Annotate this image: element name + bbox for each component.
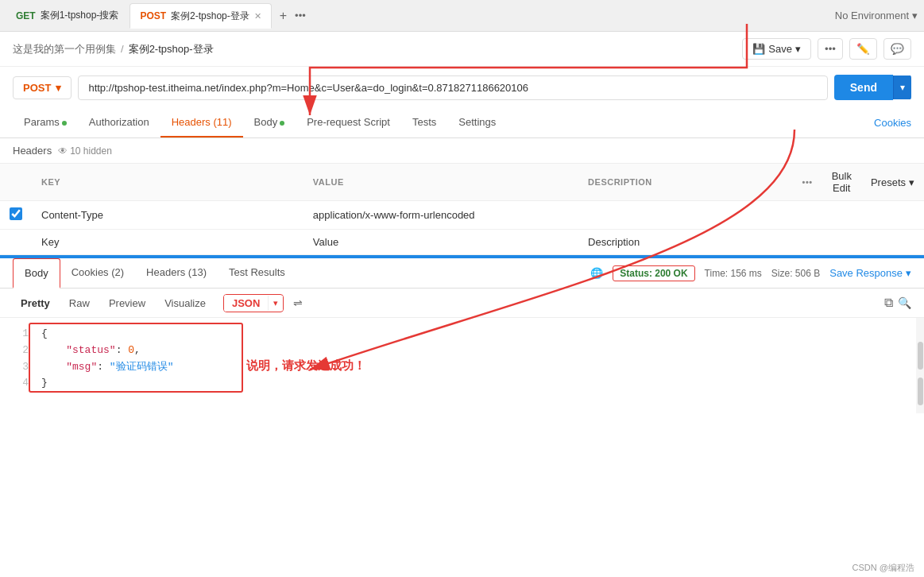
response-section: Body Cookies (2) Headers (13) Test Resul… [0, 258, 924, 413]
col-check-header [0, 164, 32, 201]
headers-table: KEY VALUE DESCRIPTION ••• Bulk Edit Pres… [0, 164, 924, 255]
col-bulk-header: Bulk Edit [822, 164, 861, 201]
headers-table-container: KEY VALUE DESCRIPTION ••• Bulk Edit Pres… [0, 164, 924, 255]
line-num-3: 3 [13, 359, 29, 376]
tab-authorization[interactable]: Authorization [78, 108, 160, 137]
status-badge: Status: 200 OK [613, 265, 694, 281]
table-row: Content-Type application/x-www-form-urle… [0, 201, 924, 230]
headers-sub-header: Headers 👁 10 hidden [0, 138, 924, 164]
json-format-arrow[interactable]: ▾ [268, 296, 283, 311]
save-response-label: Save Response [829, 267, 903, 279]
tab-tests[interactable]: Tests [401, 108, 447, 137]
scrollbar-thumb-2[interactable] [918, 378, 923, 405]
json-status-key: "status": 0, [41, 343, 141, 359]
tab-label-get: 案例1-tpshop-搜索 [41, 9, 119, 22]
env-chevron-icon: ▾ [912, 10, 918, 21]
col-presets-header: Presets ▾ [861, 164, 924, 201]
scrollbar-track[interactable] [916, 318, 924, 413]
tab-pre-request-label: Pre-request Script [307, 116, 390, 128]
scrollbar-thumb[interactable] [918, 342, 923, 370]
tab-body[interactable]: Body [243, 108, 296, 137]
tab-add-button[interactable]: + [273, 9, 293, 23]
tab-settings-label: Settings [458, 116, 496, 128]
row-key[interactable]: Content-Type [32, 201, 303, 230]
cookies-link[interactable]: Cookies [874, 117, 911, 129]
json-brace-close: } [41, 375, 48, 392]
fmt-tab-pretty[interactable]: Pretty [13, 294, 58, 312]
presets-button[interactable]: Presets ▾ [871, 176, 914, 188]
table-row-placeholder: Key Value Description [0, 230, 924, 255]
headers-label: Headers [13, 145, 52, 157]
comment-button[interactable]: 💬 [883, 38, 911, 60]
method-chevron-icon: ▾ [56, 82, 61, 94]
resp-tab-body[interactable]: Body [13, 258, 60, 288]
tab-close-icon[interactable]: ✕ [254, 11, 261, 21]
response-tabs: Body Cookies (2) Headers (13) Test Resul… [0, 258, 924, 288]
tab-bar: GET 案例1-tpshop-搜索 POST 案例2-tpshop-登录 ✕ +… [0, 0, 924, 32]
col-value-header: VALUE [303, 164, 578, 201]
json-line-4: 4 } [13, 375, 911, 392]
th-more-icon[interactable]: ••• [802, 177, 813, 187]
save-button[interactable]: 💾 Save ▾ [742, 38, 811, 60]
line-num-4: 4 [13, 375, 29, 392]
params-dot [62, 121, 67, 126]
send-button[interactable]: Send [834, 75, 893, 100]
tab-params-label: Params [24, 116, 60, 128]
save-response-chevron-icon: ▾ [906, 267, 911, 279]
json-line-1: 1 { [13, 326, 911, 343]
placeholder-key[interactable]: Key [32, 230, 303, 255]
footer-text: CSDN @编程浩 [852, 563, 914, 572]
json-format-button[interactable]: JSON [224, 295, 268, 312]
footer: CSDN @编程浩 [843, 559, 924, 577]
tab-tests-label: Tests [412, 116, 436, 128]
environment-selector[interactable]: No Environment ▾ [835, 10, 918, 21]
row-checkbox[interactable] [10, 207, 22, 220]
response-status-bar: 🌐 Status: 200 OK Time: 156 ms Size: 506 … [590, 265, 911, 281]
col-key-header: KEY [32, 164, 303, 201]
resp-tab-test-results[interactable]: Test Results [218, 258, 296, 288]
tab-params[interactable]: Params [13, 108, 78, 137]
annotation-text: 说明，请求发送成功！ [246, 358, 365, 377]
tab-method-post: POST [140, 10, 166, 21]
more-actions-button[interactable]: ••• [818, 38, 843, 60]
copy-button[interactable]: ⧉ [884, 296, 893, 310]
send-arrow-button[interactable]: ▾ [893, 76, 911, 99]
presets-chevron-icon: ▾ [909, 176, 914, 188]
placeholder-value[interactable]: Value [303, 230, 578, 255]
json-msg-key: "msg": "验证码错误" [41, 359, 173, 376]
save-chevron-icon: ▾ [795, 43, 801, 55]
tab-pre-request[interactable]: Pre-request Script [296, 108, 401, 137]
tab-method-get: GET [16, 10, 36, 21]
breadcrumb: 这是我的第一个用例集 / 案例2-tpshop-登录 [13, 42, 214, 56]
tab-post[interactable]: POST 案例2-tpshop-登录 ✕ [130, 3, 271, 29]
fmt-tab-raw[interactable]: Raw [61, 294, 98, 312]
tab-get[interactable]: GET 案例1-tpshop-搜索 [6, 3, 128, 29]
save-response-button[interactable]: Save Response ▾ [829, 267, 911, 279]
breadcrumb-separator: / [121, 43, 124, 55]
url-input[interactable] [78, 76, 827, 100]
method-select[interactable]: POST ▾ [13, 76, 72, 99]
globe-icon: 🌐 [590, 267, 603, 279]
url-bar: POST ▾ Send ▾ [0, 67, 924, 108]
placeholder-description[interactable]: Description [578, 230, 792, 255]
save-label: Save [768, 43, 792, 55]
wrap-button[interactable]: ⇌ [287, 293, 309, 312]
bulk-edit-button[interactable]: Bulk Edit [832, 170, 852, 194]
row-description[interactable] [578, 201, 792, 230]
tab-more-button[interactable]: ••• [295, 10, 306, 21]
env-label: No Environment [835, 10, 909, 21]
tab-authorization-label: Authorization [89, 116, 149, 128]
fmt-tab-visualize[interactable]: Visualize [157, 294, 214, 312]
row-value[interactable]: application/x-www-form-urlencoded [303, 201, 578, 230]
tab-settings[interactable]: Settings [447, 108, 507, 137]
resp-tab-headers[interactable]: Headers (13) [135, 258, 218, 288]
edit-button[interactable]: ✏️ [849, 38, 877, 60]
breadcrumb-bar: 这是我的第一个用例集 / 案例2-tpshop-登录 💾 Save ▾ ••• … [0, 32, 924, 67]
fmt-tab-preview[interactable]: Preview [101, 294, 153, 312]
request-tabs: Params Authorization Headers (11) Body P… [0, 108, 924, 138]
app-container: GET 案例1-tpshop-搜索 POST 案例2-tpshop-登录 ✕ +… [0, 0, 924, 577]
tab-headers[interactable]: Headers (11) [160, 108, 243, 137]
search-button[interactable]: 🔍 [898, 296, 911, 309]
resp-tab-cookies[interactable]: Cookies (2) [60, 258, 135, 288]
presets-label: Presets [871, 176, 906, 188]
